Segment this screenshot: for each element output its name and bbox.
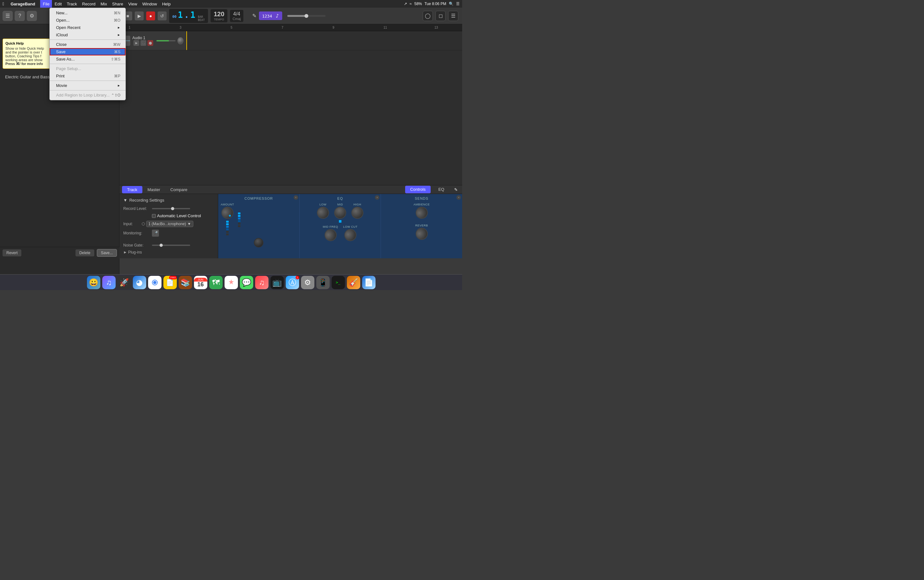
metronome-icon[interactable]: ♪ (276, 13, 279, 19)
menu-page-setup-label: Page Setup... (56, 66, 81, 71)
menu-icloud[interactable]: iCloud ► (50, 31, 125, 38)
maps-dock-icon[interactable]: 🗺 (209, 276, 222, 289)
track-volume (156, 40, 176, 41)
noise-gate-slider[interactable] (152, 245, 190, 246)
apple-menu[interactable]:  (3, 1, 4, 7)
sysprefs-dock-icon[interactable]: ⚙ (301, 276, 315, 289)
menu-open-recent[interactable]: Open Recent ► (50, 24, 125, 31)
sends-reverb-knob[interactable] (413, 225, 430, 242)
iphone-dock-icon[interactable]: 📱 (316, 276, 329, 289)
help-menu[interactable]: Help (160, 0, 173, 8)
delete-button[interactable]: Delete (76, 249, 94, 256)
compressor-close[interactable]: × (294, 195, 298, 200)
eq-low-knob[interactable] (315, 204, 331, 221)
eq-blue-dot (339, 220, 341, 222)
notes-dock-icon[interactable]: 📄 2593 (163, 276, 177, 289)
help-icon[interactable]: ? (15, 11, 25, 21)
track-volume-slider[interactable] (156, 40, 176, 41)
tab-controls[interactable]: Controls (405, 186, 431, 193)
noise-gate-row: Noise Gate: (123, 243, 214, 247)
music-dock-icon[interactable]: ♫ (255, 276, 268, 289)
plugins-label[interactable]: ► Plug-ins (123, 250, 142, 254)
dock: 😀 ♫ 🚀 ◕ 📄 2593 📚 JUN 16 🗺 💬 ♫ 📺 Ⓐ 2 ⚙ 📱 … (0, 274, 462, 290)
sends-close[interactable]: × (456, 195, 461, 200)
menu-add-loop[interactable]: Add Region to Loop Library... ⌃⇧O (50, 91, 125, 99)
tempo-display[interactable]: 120 TEMPO (211, 9, 227, 22)
terminal-dock-icon[interactable]: >_ (331, 276, 345, 289)
sends-ambience-knob[interactable] (413, 204, 430, 221)
safari-dock-icon[interactable]: ◕ (133, 276, 146, 289)
appletv-dock-icon[interactable]: 📺 (270, 276, 284, 289)
calendar-dock-icon[interactable]: JUN 16 (194, 276, 208, 289)
photos-dock-icon[interactable] (224, 276, 238, 289)
settings-icon[interactable]: ⚙ (27, 11, 37, 21)
menu-open[interactable]: Open... ⌘O (50, 16, 125, 24)
eq-close[interactable]: × (375, 195, 379, 200)
search-icon[interactable]: 🔍 (449, 2, 453, 6)
mix-menu[interactable]: Mix (98, 0, 110, 8)
file-menu[interactable]: File (40, 0, 52, 8)
share-menu[interactable]: Share (110, 0, 126, 8)
messages-dock-icon[interactable]: 💬 (240, 276, 253, 289)
track-pan-knob[interactable] (178, 37, 183, 44)
siri-dock-icon[interactable]: ♫ (102, 276, 115, 289)
edit-pencil-icon[interactable]: ✎ (452, 186, 460, 193)
menu-movie[interactable]: Movie ► (50, 82, 125, 89)
chrome-dock-icon[interactable] (148, 276, 161, 289)
master-volume-slider[interactable] (287, 15, 326, 17)
tab-master[interactable]: Master (142, 186, 165, 193)
monitoring-icon[interactable]: 🎤 (152, 230, 159, 237)
edit-menu[interactable]: Edit (52, 0, 64, 8)
pencil-icon[interactable]: ✎ (252, 13, 256, 19)
midi-icon[interactable]: ◯ (423, 11, 433, 21)
launchpad-dock-icon[interactable]: 🚀 (117, 276, 131, 289)
record-button[interactable]: ● (146, 12, 155, 20)
record-level-slider[interactable] (152, 208, 190, 209)
mute-button[interactable]: ▶ (133, 40, 139, 46)
track-menu[interactable]: Track (64, 0, 80, 8)
tab-eq[interactable]: EQ (433, 186, 450, 193)
time-signature[interactable]: 4/4 Cmaj (230, 10, 243, 22)
menu-new[interactable]: New... ⌘N (50, 9, 125, 16)
headphone-button[interactable]: 🎧 (140, 40, 146, 46)
eq-midfreq-knob[interactable] (322, 226, 339, 244)
save-preset-button[interactable]: Save... (97, 249, 117, 257)
tab-track[interactable]: Track (122, 186, 142, 193)
revert-button[interactable]: Revert (3, 249, 21, 256)
menu-close[interactable]: Close ⌘W (50, 41, 125, 48)
input-radio[interactable] (142, 222, 145, 226)
garageband-menu[interactable]: GarageBand (8, 0, 38, 8)
compressor-amount-knob[interactable] (219, 204, 236, 221)
auto-level-label: Automatic Level Control (157, 213, 201, 218)
eq-mid-knob[interactable] (333, 206, 347, 220)
auto-level-checkbox[interactable] (152, 214, 156, 218)
eq-high-knob[interactable] (350, 206, 364, 220)
tab-compare[interactable]: Compare (165, 186, 193, 193)
menu-save-shortcut: ⌘S (114, 50, 120, 54)
menu-save-as[interactable]: Save As... ⇧⌘S (50, 55, 125, 63)
smart-controls-icon[interactable]: ◻ (435, 11, 446, 21)
beat-display: 1 (191, 10, 196, 20)
garageband-dock-icon2[interactable]: 🎸 (347, 276, 360, 289)
window-menu[interactable]: Window (140, 0, 160, 8)
input-dropdown[interactable]: 1 (MacBo...icrophone) ▼ (146, 221, 193, 227)
record-menu[interactable]: Record (80, 0, 98, 8)
menu-save[interactable]: Save ⌘S (50, 48, 125, 55)
appstore-dock-icon[interactable]: Ⓐ 2 (286, 276, 299, 289)
record-arm-button[interactable]: ⬤ (147, 40, 153, 46)
notifications-icon[interactable]: ☰ (456, 2, 460, 6)
play-button[interactable]: ▶ (135, 12, 144, 20)
compressor-small-knob[interactable] (254, 238, 264, 247)
menu-page-setup[interactable]: Page Setup... (50, 65, 125, 72)
track-info: Audio 1 ▶ 🎧 ⬤ (119, 31, 186, 50)
cycle-button[interactable]: ↺ (158, 12, 166, 20)
track-lane[interactable] (186, 31, 462, 50)
files-dock-icon[interactable]: 📄 (362, 276, 376, 289)
view-menu[interactable]: View (126, 0, 140, 8)
finder-dock-icon[interactable]: 😀 (87, 276, 100, 289)
library-icon[interactable]: ☰ (3, 11, 13, 21)
contacts-dock-icon[interactable]: 📚 (179, 276, 192, 289)
eq-lowcut-knob[interactable] (342, 226, 359, 244)
menu-print[interactable]: Print ⌘P (50, 72, 125, 80)
editors-icon[interactable]: ☰ (448, 11, 458, 21)
